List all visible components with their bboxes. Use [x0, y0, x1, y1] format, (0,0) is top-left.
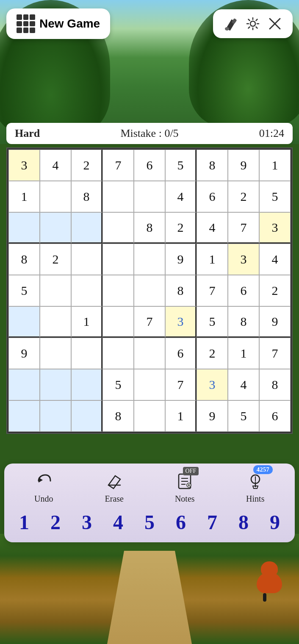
number-button-2[interactable]: 2 — [43, 511, 68, 534]
sudoku-cell[interactable] — [8, 400, 40, 432]
sudoku-cell[interactable]: 2 — [71, 150, 102, 181]
sudoku-cell[interactable]: 1 — [197, 244, 228, 275]
number-button-3[interactable]: 3 — [74, 511, 100, 534]
sudoku-cell[interactable] — [134, 338, 165, 369]
sudoku-cell[interactable]: 9 — [8, 338, 40, 369]
sudoku-cell[interactable]: 3 — [165, 306, 197, 338]
sudoku-cell[interactable]: 1 — [71, 306, 102, 338]
sudoku-cell[interactable]: 7 — [102, 150, 134, 181]
sudoku-cell[interactable]: 9 — [165, 244, 197, 275]
number-button-8[interactable]: 8 — [231, 511, 256, 534]
sudoku-cell[interactable] — [102, 275, 134, 306]
sudoku-cell[interactable] — [40, 212, 71, 244]
sudoku-cell[interactable]: 4 — [259, 244, 291, 275]
sudoku-cell[interactable]: 1 — [8, 181, 40, 212]
paint-icon — [223, 16, 238, 31]
sudoku-cell[interactable] — [71, 369, 102, 400]
sudoku-cell[interactable]: 3 — [259, 212, 291, 244]
new-game-button[interactable]: New Game — [6, 8, 110, 39]
sudoku-cell[interactable]: 6 — [228, 275, 259, 306]
sudoku-cell[interactable] — [102, 244, 134, 275]
hints-button[interactable]: 4257 Hints — [245, 470, 266, 504]
sudoku-cell[interactable] — [8, 212, 40, 244]
sudoku-cell[interactable]: 2 — [259, 275, 291, 306]
sudoku-cell[interactable]: 8 — [71, 181, 102, 212]
sudoku-cell[interactable] — [8, 306, 40, 338]
paint-button[interactable] — [221, 14, 240, 33]
sudoku-cell[interactable] — [40, 306, 71, 338]
close-button[interactable] — [266, 14, 284, 33]
sudoku-cell[interactable]: 8 — [102, 400, 134, 432]
sudoku-cell[interactable] — [134, 400, 165, 432]
sudoku-cell[interactable]: 8 — [259, 369, 291, 400]
sudoku-cell[interactable]: 7 — [197, 275, 228, 306]
sudoku-cell[interactable] — [71, 275, 102, 306]
sudoku-cell[interactable] — [40, 181, 71, 212]
sudoku-cell[interactable]: 3 — [8, 150, 40, 181]
undo-label: Undo — [34, 494, 53, 504]
sudoku-cell[interactable]: 8 — [134, 212, 165, 244]
sudoku-cell[interactable] — [71, 338, 102, 369]
sudoku-cell[interactable] — [134, 369, 165, 400]
sudoku-cell[interactable]: 3 — [228, 244, 259, 275]
sudoku-cell[interactable] — [71, 400, 102, 432]
number-button-4[interactable]: 4 — [105, 511, 131, 534]
sudoku-cell[interactable]: 6 — [259, 400, 291, 432]
sudoku-cell[interactable]: 6 — [197, 181, 228, 212]
sudoku-cell[interactable]: 7 — [259, 338, 291, 369]
number-button-9[interactable]: 9 — [262, 511, 288, 534]
sudoku-cell[interactable] — [8, 369, 40, 400]
sudoku-cell[interactable]: 8 — [165, 275, 197, 306]
sudoku-cell[interactable]: 5 — [259, 181, 291, 212]
settings-button[interactable] — [244, 14, 262, 33]
sudoku-cell[interactable]: 5 — [8, 275, 40, 306]
sudoku-cell[interactable]: 8 — [8, 244, 40, 275]
sudoku-cell[interactable]: 1 — [228, 338, 259, 369]
sudoku-cell[interactable] — [71, 244, 102, 275]
sudoku-cell[interactable]: 7 — [134, 306, 165, 338]
number-button-7[interactable]: 7 — [199, 511, 225, 534]
sudoku-cell[interactable]: 1 — [165, 400, 197, 432]
sudoku-cell[interactable]: 4 — [228, 369, 259, 400]
sudoku-cell[interactable]: 6 — [165, 338, 197, 369]
undo-button[interactable]: Undo — [33, 470, 54, 504]
sudoku-cell[interactable] — [134, 181, 165, 212]
sudoku-cell[interactable]: 4 — [165, 181, 197, 212]
sudoku-cell[interactable] — [102, 306, 134, 338]
sudoku-cell[interactable]: 4 — [197, 212, 228, 244]
sudoku-cell[interactable] — [40, 338, 71, 369]
sudoku-cell[interactable]: 9 — [259, 306, 291, 338]
sudoku-cell[interactable]: 6 — [134, 150, 165, 181]
sudoku-cell[interactable] — [102, 338, 134, 369]
erase-button[interactable]: Erase — [104, 470, 125, 504]
sudoku-cell[interactable]: 9 — [228, 150, 259, 181]
sudoku-cell[interactable] — [102, 181, 134, 212]
sudoku-cell[interactable]: 8 — [228, 306, 259, 338]
number-button-1[interactable]: 1 — [11, 511, 37, 534]
sudoku-cell[interactable] — [40, 369, 71, 400]
sudoku-cell[interactable]: 7 — [165, 369, 197, 400]
sudoku-cell[interactable]: 2 — [228, 181, 259, 212]
sudoku-cell[interactable]: 5 — [165, 150, 197, 181]
sudoku-cell[interactable] — [40, 275, 71, 306]
sudoku-cell[interactable] — [40, 400, 71, 432]
sudoku-cell[interactable]: 5 — [228, 400, 259, 432]
notes-button[interactable]: OFF Notes — [174, 470, 195, 504]
sudoku-cell[interactable]: 3 — [197, 369, 228, 400]
sudoku-cell[interactable] — [102, 212, 134, 244]
sudoku-cell[interactable]: 2 — [40, 244, 71, 275]
sudoku-cell[interactable]: 4 — [40, 150, 71, 181]
sudoku-cell[interactable]: 8 — [197, 150, 228, 181]
sudoku-cell[interactable]: 7 — [228, 212, 259, 244]
sudoku-cell[interactable]: 2 — [165, 212, 197, 244]
number-button-5[interactable]: 5 — [137, 511, 162, 534]
sudoku-cell[interactable]: 9 — [197, 400, 228, 432]
sudoku-cell[interactable] — [134, 275, 165, 306]
sudoku-cell[interactable]: 5 — [102, 369, 134, 400]
sudoku-cell[interactable]: 1 — [259, 150, 291, 181]
sudoku-cell[interactable] — [71, 212, 102, 244]
sudoku-cell[interactable]: 2 — [197, 338, 228, 369]
sudoku-cell[interactable]: 5 — [197, 306, 228, 338]
sudoku-cell[interactable] — [134, 244, 165, 275]
number-button-6[interactable]: 6 — [168, 511, 194, 534]
